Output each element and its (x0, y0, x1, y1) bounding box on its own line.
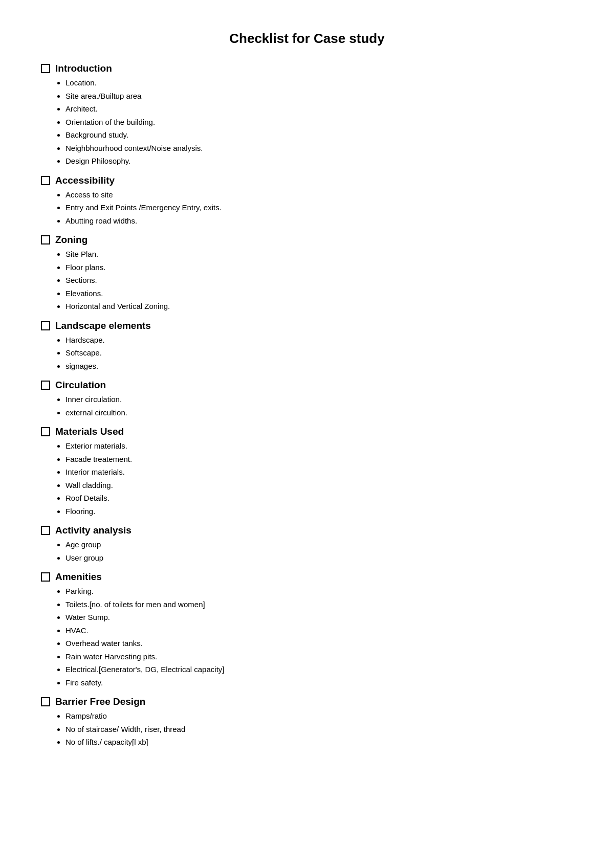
list-item: Location. (65, 76, 573, 90)
list-item: Background study. (65, 128, 573, 142)
section-materials-used: Materials UsedExterior materials.Facade … (41, 426, 573, 518)
section-header-materials-used: Materials Used (41, 426, 573, 437)
checkbox-introduction[interactable] (41, 64, 50, 73)
list-item: Fire safety. (65, 676, 573, 689)
section-title-accessibility: Accessibility (55, 175, 115, 186)
section-landscape-elements: Landscape elementsHardscape.Softscape.si… (41, 320, 573, 373)
list-item: User group (65, 551, 573, 565)
page-title: Checklist for Case study (41, 31, 573, 47)
list-item: Water Sump. (65, 611, 573, 624)
list-item: Exterior materials. (65, 439, 573, 453)
list-item: Wall cladding. (65, 479, 573, 492)
list-item: Access to site (65, 188, 573, 202)
list-item: No of lifts./ capacity[l xb] (65, 736, 573, 749)
checkbox-activity-analysis[interactable] (41, 526, 50, 535)
list-item: Elevations. (65, 287, 573, 300)
bullet-list-barrier-free-design: Ramps/ratioNo of staircase/ Width, riser… (65, 709, 573, 749)
section-introduction: IntroductionLocation.Site area./Builtup … (41, 63, 573, 168)
section-title-circulation: Circulation (55, 380, 106, 391)
list-item: Electrical.[Generator's, DG, Electrical … (65, 663, 573, 676)
section-title-activity-analysis: Activity analysis (55, 525, 131, 536)
list-item: Softscape. (65, 346, 573, 360)
checkbox-circulation[interactable] (41, 381, 50, 390)
bullet-list-accessibility: Access to siteEntry and Exit Points /Eme… (65, 188, 573, 228)
list-item: Architect. (65, 102, 573, 116)
list-item: Floor plans. (65, 261, 573, 274)
bullet-list-activity-analysis: Age groupUser group (65, 538, 573, 564)
bullet-list-amenities: Parking.Toilets.[no. of toilets for men … (65, 585, 573, 689)
section-activity-analysis: Activity analysisAge groupUser group (41, 525, 573, 564)
section-title-introduction: Introduction (55, 63, 112, 74)
list-item: Site area./Builtup area (65, 90, 573, 103)
checkbox-amenities[interactable] (41, 572, 50, 582)
section-header-amenities: Amenities (41, 571, 573, 583)
list-item: No of staircase/ Width, riser, thread (65, 723, 573, 736)
section-header-barrier-free-design: Barrier Free Design (41, 696, 573, 707)
checkbox-zoning[interactable] (41, 235, 50, 244)
section-header-zoning: Zoning (41, 234, 573, 246)
bullet-list-zoning: Site Plan.Floor plans.Sections.Elevation… (65, 248, 573, 313)
list-item: Inner circulation. (65, 393, 573, 406)
list-item: signages. (65, 360, 573, 373)
list-item: Entry and Exit Points /Emergency Entry, … (65, 201, 573, 214)
checkbox-barrier-free-design[interactable] (41, 697, 50, 706)
bullet-list-introduction: Location.Site area./Builtup areaArchitec… (65, 76, 573, 168)
list-item: Abutting road widths. (65, 214, 573, 228)
section-title-landscape-elements: Landscape elements (55, 320, 151, 331)
list-item: Rain water Harvesting pits. (65, 650, 573, 663)
bullet-list-circulation: Inner circulation.external circultion. (65, 393, 573, 419)
list-item: Site Plan. (65, 248, 573, 261)
list-item: Sections. (65, 274, 573, 287)
section-accessibility: AccessibilityAccess to siteEntry and Exi… (41, 175, 573, 228)
list-item: Design Philosophy. (65, 154, 573, 168)
list-item: Orientation of the building. (65, 116, 573, 129)
checkbox-accessibility[interactable] (41, 176, 50, 185)
section-amenities: AmenitiesParking.Toilets.[no. of toilets… (41, 571, 573, 689)
list-item: Ramps/ratio (65, 709, 573, 723)
section-title-amenities: Amenities (55, 571, 102, 583)
list-item: HVAC. (65, 624, 573, 637)
section-title-zoning: Zoning (55, 234, 87, 246)
bullet-list-materials-used: Exterior materials.Facade treatement.Int… (65, 439, 573, 518)
section-zoning: ZoningSite Plan.Floor plans.Sections.Ele… (41, 234, 573, 313)
list-item: Toilets.[no. of toilets for men and wome… (65, 598, 573, 611)
list-item: Hardscape. (65, 333, 573, 347)
checkbox-materials-used[interactable] (41, 427, 50, 436)
list-item: Horizontal and Vertical Zoning. (65, 300, 573, 313)
list-item: Flooring. (65, 505, 573, 518)
list-item: Roof Details. (65, 492, 573, 505)
section-header-accessibility: Accessibility (41, 175, 573, 186)
list-item: Overhead water tanks. (65, 637, 573, 650)
section-title-barrier-free-design: Barrier Free Design (55, 696, 145, 707)
section-barrier-free-design: Barrier Free DesignRamps/ratioNo of stai… (41, 696, 573, 749)
list-item: Parking. (65, 585, 573, 598)
section-header-circulation: Circulation (41, 380, 573, 391)
checklist-container: IntroductionLocation.Site area./Builtup … (41, 63, 573, 749)
section-circulation: CirculationInner circulation.external ci… (41, 380, 573, 419)
bullet-list-landscape-elements: Hardscape.Softscape.signages. (65, 333, 573, 373)
section-header-activity-analysis: Activity analysis (41, 525, 573, 536)
list-item: Age group (65, 538, 573, 551)
list-item: external circultion. (65, 406, 573, 419)
list-item: Interior materials. (65, 465, 573, 479)
checkbox-landscape-elements[interactable] (41, 321, 50, 330)
section-header-introduction: Introduction (41, 63, 573, 74)
list-item: Facade treatement. (65, 453, 573, 466)
section-title-materials-used: Materials Used (55, 426, 124, 437)
section-header-landscape-elements: Landscape elements (41, 320, 573, 331)
list-item: Neighbhourhood context/Noise analysis. (65, 142, 573, 155)
